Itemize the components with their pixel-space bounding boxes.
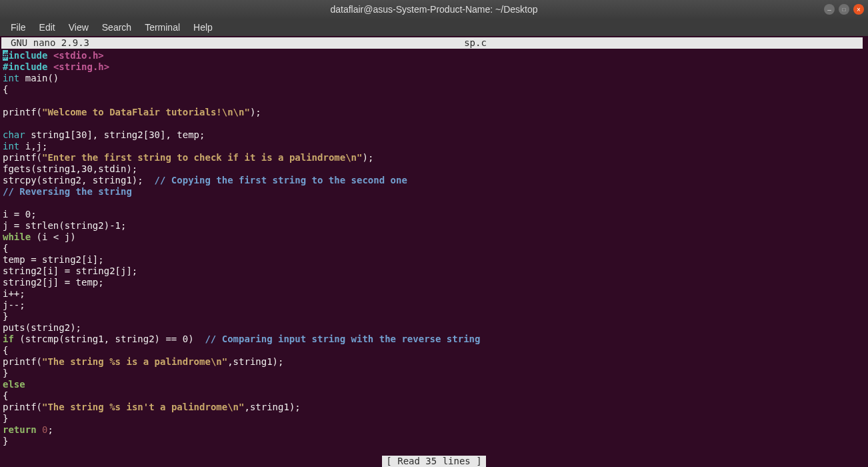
code-token	[47, 50, 53, 61]
close-icon: ×	[857, 6, 861, 13]
code-line: j = strlen(string2)-1;	[3, 220, 865, 231]
code-token: <stdio.h>	[53, 50, 104, 61]
code-token: "The string %s isn't a palindrome\n"	[42, 402, 244, 412]
code-token: (strcmp(string1, string2) == 0)	[14, 334, 205, 344]
code-token: "Welcome to DataFlair tutorials!\n\n"	[42, 107, 250, 117]
code-token: temp = string2[i];	[3, 254, 104, 265]
code-token: }	[3, 368, 8, 378]
code-line: j--;	[3, 300, 865, 311]
code-token: ;	[47, 424, 53, 435]
code-token: main()	[19, 73, 59, 83]
code-token: #include	[3, 61, 47, 72]
code-token: char	[3, 129, 25, 140]
code-token: strcpy(string2, string1);	[3, 175, 155, 185]
code-line: {	[3, 390, 865, 402]
code-line: i++;	[3, 288, 865, 300]
menu-edit[interactable]: Edit	[34, 20, 61, 35]
code-token	[47, 61, 53, 72]
code-token: );	[362, 152, 373, 163]
menu-file[interactable]: File	[5, 20, 31, 35]
code-token: return	[3, 424, 37, 435]
code-token: "Enter the first string to check if it i…	[42, 152, 362, 163]
window-controls: – □ ×	[824, 4, 864, 15]
code-token: <string.h>	[53, 61, 109, 72]
code-line	[3, 118, 865, 129]
code-line: #include <stdio.h>	[3, 50, 865, 61]
minimize-icon: –	[827, 6, 831, 13]
code-line: #include <string.h>	[3, 61, 865, 73]
code-token: string2[i] = string2[j];	[3, 266, 137, 276]
code-line: temp = string2[i];	[3, 254, 865, 266]
nano-footer: [ Read 35 lines ]	[0, 456, 868, 467]
menu-terminal[interactable]: Terminal	[139, 20, 185, 35]
code-line: }	[3, 436, 865, 447]
maximize-button[interactable]: □	[839, 4, 849, 15]
menu-view[interactable]: View	[63, 20, 94, 35]
code-line: if (strcmp(string1, string2) == 0) // Co…	[3, 334, 865, 345]
code-line: char string1[30], string2[30], temp;	[3, 129, 865, 141]
code-line: // Reversing the string	[3, 186, 865, 197]
code-line: {	[3, 84, 865, 95]
code-token: printf(	[3, 107, 42, 117]
titlebar: dataflair@asus-System-Product-Name: ~/De…	[0, 0, 868, 19]
code-token: include	[8, 50, 47, 61]
code-line: }	[3, 368, 865, 379]
editor-area[interactable]: #include <stdio.h>#include <string.h>int…	[0, 50, 868, 447]
close-button[interactable]: ×	[853, 4, 864, 15]
code-token: {	[3, 345, 8, 356]
menubar: File Edit View Search Terminal Help	[0, 19, 868, 36]
code-line: printf("The string %s is a palindrome\n"…	[3, 356, 865, 368]
code-token: {	[3, 84, 8, 95]
nano-footer-msg: [ Read 35 lines ]	[382, 456, 485, 467]
code-token: j = strlen(string2)-1;	[3, 220, 126, 231]
code-token: printf(	[3, 356, 42, 367]
nano-header: GNU nano 2.9.3 sp.c	[1, 37, 863, 49]
maximize-icon: □	[843, 7, 846, 13]
code-token: fgets(string1,30,stdin);	[3, 163, 137, 174]
code-token: "The string %s is a palindrome\n"	[42, 356, 227, 367]
minimize-button[interactable]: –	[824, 4, 835, 15]
code-token: printf(	[3, 152, 42, 163]
code-line: int main()	[3, 73, 865, 84]
code-token: while	[3, 231, 31, 242]
code-token: }	[3, 413, 8, 424]
window-title: dataflair@asus-System-Product-Name: ~/De…	[330, 4, 537, 15]
code-line: int i,j;	[3, 141, 865, 152]
code-token: string1[30], string2[30], temp;	[25, 129, 205, 140]
code-token: );	[250, 107, 261, 117]
code-token: i,j;	[19, 141, 47, 151]
nano-version: GNU nano 2.9.3	[3, 37, 89, 49]
code-line: while (i < j)	[3, 231, 865, 243]
code-line: }	[3, 311, 865, 322]
code-token: // Comparing input string with the rever…	[205, 334, 480, 344]
code-line: printf("Welcome to DataFlair tutorials!\…	[3, 107, 865, 118]
code-token: }	[3, 436, 8, 446]
menu-search[interactable]: Search	[97, 20, 137, 35]
code-token: {	[3, 390, 8, 401]
code-line: string2[j] = temp;	[3, 277, 865, 288]
code-line: {	[3, 243, 865, 254]
code-line: }	[3, 413, 865, 424]
code-line: printf("Enter the first string to check …	[3, 152, 865, 163]
code-token	[37, 424, 42, 435]
code-line: printf("The string %s isn't a palindrome…	[3, 402, 865, 413]
code-line	[3, 197, 865, 209]
code-token: string2[j] = temp;	[3, 277, 104, 288]
code-line: i = 0;	[3, 209, 865, 220]
code-line: {	[3, 345, 865, 356]
code-line: string2[i] = string2[j];	[3, 266, 865, 277]
code-token: j--;	[3, 300, 25, 310]
code-line: return 0;	[3, 424, 865, 436]
code-token: {	[3, 243, 8, 254]
code-token: ,string1);	[227, 356, 283, 367]
code-token: (i < j)	[31, 231, 75, 242]
code-token: printf(	[3, 402, 42, 412]
code-token: // Copying the first string to the secon…	[155, 175, 407, 185]
code-token: if	[3, 334, 14, 344]
code-token: ,string1);	[244, 402, 300, 412]
code-line: else	[3, 379, 865, 390]
code-token: else	[3, 379, 25, 390]
nano-filename: sp.c	[89, 37, 861, 49]
code-line	[3, 95, 865, 107]
menu-help[interactable]: Help	[188, 20, 218, 35]
